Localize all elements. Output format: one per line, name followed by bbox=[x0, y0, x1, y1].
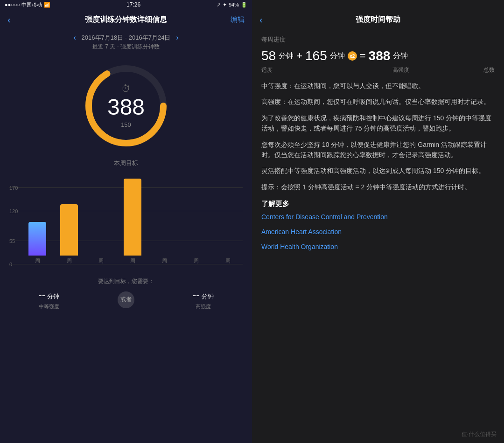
bar-chart: 170 120 55 0 bbox=[0, 171, 252, 274]
bar-label-2: 周 bbox=[67, 257, 72, 264]
left-status-bar: ●●○○○ 中国移动 📶 17:26 ↗ ✦ 94% 🔋 bbox=[0, 0, 252, 9]
formula-num2: 165 bbox=[305, 48, 327, 63]
gauge-container: ⏱ 388 150 bbox=[0, 55, 252, 157]
bar-label-3: 周 bbox=[98, 257, 104, 264]
formula-unit3: 分钟 bbox=[393, 51, 408, 61]
bar-fill-2 bbox=[60, 204, 78, 256]
info-para-6: 提示：会按照 1 分钟高强度活动 = 2 分钟中等强度活动的方式进行计时。 bbox=[261, 182, 495, 192]
gauge-icon: ⏱ bbox=[121, 83, 131, 94]
link-who[interactable]: World Health Organization bbox=[261, 243, 495, 250]
left-carrier: ●●○○○ 中国移动 📶 bbox=[5, 1, 50, 8]
high-type: 高强度 bbox=[196, 303, 211, 310]
info-para-4: 您每次必须至少坚持 10 分钟，以便促进健康并让您的 Garmin 活动跟踪装置… bbox=[261, 139, 495, 160]
left-back-button[interactable]: ‹ bbox=[7, 14, 11, 25]
bar-chart-inner: 170 120 55 0 bbox=[9, 171, 243, 274]
formula-num1: 58 bbox=[261, 48, 276, 63]
watermark: 值·什么值得买 bbox=[462, 430, 497, 438]
left-content: ‹ 2016年7月18日 - 2016年7月24日 › 最近 7 天 - 强度训… bbox=[0, 30, 252, 443]
target-row: -- 分钟 中等强度 或者 -- 分钟 高强度 bbox=[9, 289, 243, 310]
gauge-target: 150 bbox=[121, 121, 131, 128]
moderate-type: 中等强度 bbox=[39, 303, 59, 310]
info-para-1: 中等强度：在运动期间，您可以与人交谈，但不能唱歌。 bbox=[261, 81, 495, 91]
formula-result: 388 bbox=[369, 48, 391, 63]
formula-plus: + bbox=[296, 50, 302, 62]
right-panel: ●●○○○ 中国移动 📶 17:26 ↗ ✦ 94% 🔋 ‹ 强度时间帮助 每周… bbox=[252, 0, 504, 443]
bar-label-5: 周 bbox=[162, 257, 167, 264]
bar-fill-1 bbox=[28, 222, 46, 256]
formula-labels: 适度 高强度 总数 bbox=[261, 66, 495, 74]
bar-fill-4 bbox=[124, 179, 141, 256]
label-total: 总数 bbox=[449, 66, 495, 74]
moderate-target: -- 分钟 中等强度 bbox=[38, 289, 59, 310]
bottom-target: 要达到目标，您需要： -- 分钟 中等强度 或者 -- 分钟 高强度 bbox=[0, 274, 252, 315]
bar-label-4: 周 bbox=[130, 257, 135, 264]
date-subtitle: 最近 7 天 - 强度训练分钟数 bbox=[0, 43, 252, 55]
bar-1: 周 bbox=[22, 171, 52, 264]
right-page-title: 强度时间帮助 bbox=[356, 15, 400, 25]
grid-label-0: 0 bbox=[9, 262, 12, 267]
moderate-value: -- bbox=[38, 289, 45, 301]
week-goal-label: 本周目标 bbox=[0, 157, 252, 171]
bar-label-6: 周 bbox=[194, 257, 199, 264]
bar-2: 周 bbox=[54, 171, 84, 264]
grid-label-120: 120 bbox=[9, 208, 18, 214]
left-edit-button[interactable]: 编辑 bbox=[231, 15, 245, 24]
date-prev-button[interactable]: ‹ bbox=[73, 34, 76, 42]
learn-more-label: 了解更多 bbox=[261, 200, 495, 208]
x2-badge: x2 bbox=[348, 51, 357, 61]
high-target: -- 分钟 高强度 bbox=[193, 289, 214, 310]
moderate-unit: 分钟 bbox=[47, 292, 59, 301]
gauge-center: ⏱ 388 150 bbox=[107, 83, 145, 128]
bar-6: 周 bbox=[181, 171, 211, 264]
formula-unit2: 分钟 bbox=[330, 51, 345, 61]
left-nav-header: ‹ 强度训练分钟数详细信息 编辑 bbox=[0, 9, 252, 30]
info-para-5: 灵活搭配中等强度活动和高强度活动，以达到成人每周活动 150 分钟的目标。 bbox=[261, 166, 495, 176]
link-cdc[interactable]: Centers for Disease Control and Preventi… bbox=[261, 213, 495, 221]
gauge-value: 388 bbox=[107, 96, 145, 118]
bar-label-1: 周 bbox=[35, 257, 40, 264]
bar-7: 周 bbox=[213, 171, 243, 264]
right-back-button[interactable]: ‹ bbox=[259, 14, 263, 25]
weekly-progress-label: 每周进度 bbox=[261, 35, 495, 44]
info-para-2: 高强度：在运动期间，您仅可在呼吸间说几句话。仅当心率数据可用时才记录。 bbox=[261, 97, 495, 107]
date-next-button[interactable]: › bbox=[176, 34, 178, 42]
right-nav-header: ‹ 强度时间帮助 bbox=[252, 9, 504, 30]
left-page-title: 强度训练分钟数详细信息 bbox=[85, 15, 167, 25]
high-value: -- bbox=[193, 289, 200, 301]
grid-label-170: 170 bbox=[9, 185, 18, 191]
bars-area: 周 周 周 周 bbox=[22, 171, 243, 264]
link-aha[interactable]: American Heart Association bbox=[261, 228, 495, 235]
bar-5: 周 bbox=[149, 171, 179, 264]
or-circle: 或者 bbox=[118, 291, 134, 308]
bar-3: 周 bbox=[86, 171, 116, 264]
bar-label-7: 周 bbox=[225, 257, 231, 264]
label-moderate: 适度 bbox=[261, 66, 352, 74]
left-panel: ●●○○○ 中国移动 📶 17:26 ↗ ✦ 94% 🔋 ‹ 强度训练分钟数详细… bbox=[0, 0, 252, 443]
formula-unit1: 分钟 bbox=[279, 51, 294, 61]
date-range-text: 2016年7月18日 - 2016年7月24日 bbox=[82, 34, 171, 42]
date-range: ‹ 2016年7月18日 - 2016年7月24日 › bbox=[0, 30, 252, 43]
right-content: 每周进度 58 分钟 + 165 分钟 x2 = 388 分钟 适度 高强度 总… bbox=[252, 30, 504, 443]
left-status-right: ↗ ✦ 94% 🔋 bbox=[217, 2, 247, 8]
label-high: 高强度 bbox=[355, 66, 446, 74]
info-para-3: 为了改善您的健康状况，疾病预防和控制中心建议每周进行 150 分钟的中等强度活动… bbox=[261, 113, 495, 134]
need-label: 要达到目标，您需要： bbox=[9, 277, 243, 285]
high-unit: 分钟 bbox=[202, 292, 214, 301]
grid-label-55: 55 bbox=[9, 238, 15, 244]
bar-4: 周 bbox=[118, 171, 147, 264]
intensity-formula: 58 分钟 + 165 分钟 x2 = 388 分钟 bbox=[261, 48, 495, 63]
formula-equals: = bbox=[360, 50, 366, 62]
left-time: 17:26 bbox=[126, 1, 140, 8]
